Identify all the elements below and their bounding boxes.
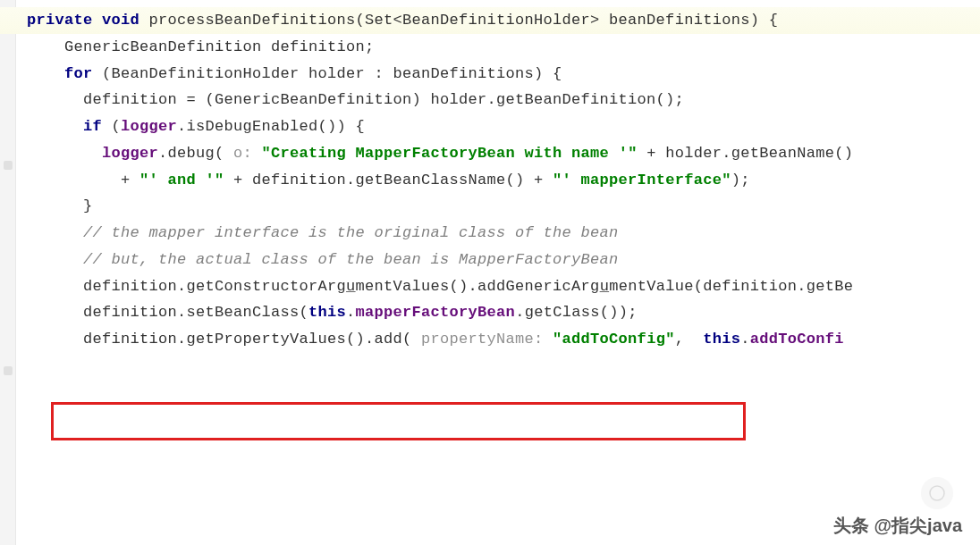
code-line: } (27, 193, 980, 220)
code-line: private void processBeanDefinitions(Set<… (0, 7, 980, 34)
field-ref: addToConfi (750, 331, 844, 348)
code-editor[interactable]: private void processBeanDefinitions(Set<… (0, 0, 980, 353)
code-line: + "' and '" + definition.getBeanClassNam… (27, 167, 980, 194)
field-ref: logger (102, 145, 158, 162)
code-line: // but, the actual class of the bean is … (27, 247, 980, 273)
watermark-icon (921, 477, 953, 509)
svg-point-0 (930, 486, 944, 500)
keyword: this (308, 304, 346, 321)
code-line: for (BeanDefinitionHolder holder : beanD… (27, 61, 980, 88)
code-line: definition = (GenericBeanDefinition) hol… (27, 87, 980, 113)
param-hint: o: (224, 145, 262, 162)
keyword: this (703, 331, 740, 348)
code-line: if (logger.isDebugEnabled()) { (27, 113, 980, 140)
margin-marker (4, 366, 13, 375)
keyword: for (64, 65, 93, 82)
highlight-annotation (51, 402, 746, 440)
field-ref: mapperFactoryBean (356, 304, 516, 321)
code-line: definition.getConstructorArgumentValues(… (27, 273, 980, 300)
param-hint: propertyName: (412, 331, 553, 348)
comment: // the mapper interface is the original … (83, 224, 619, 241)
code-line: // the mapper interface is the original … (27, 220, 980, 247)
string-literal: "addToConfig" (553, 331, 675, 348)
field-ref: logger (121, 118, 177, 135)
watermark-text: 头条 @指尖java (833, 514, 962, 538)
code-line: GenericBeanDefinition definition; (27, 34, 980, 61)
code-line: definition.getPropertyValues().add( prop… (27, 326, 980, 353)
string-literal: "' and '" (139, 172, 224, 189)
string-literal: "' mapperInterface" (553, 172, 731, 189)
code-line: definition.setBeanClass(this.mapperFacto… (27, 299, 980, 326)
comment: // but, the actual class of the bean is … (83, 251, 619, 268)
code-line: logger.debug( o: "Creating MapperFactory… (27, 140, 980, 167)
string-literal: "Creating MapperFactoryBean with name '" (262, 145, 638, 162)
keyword: if (83, 118, 102, 135)
keyword: private void (27, 12, 139, 29)
